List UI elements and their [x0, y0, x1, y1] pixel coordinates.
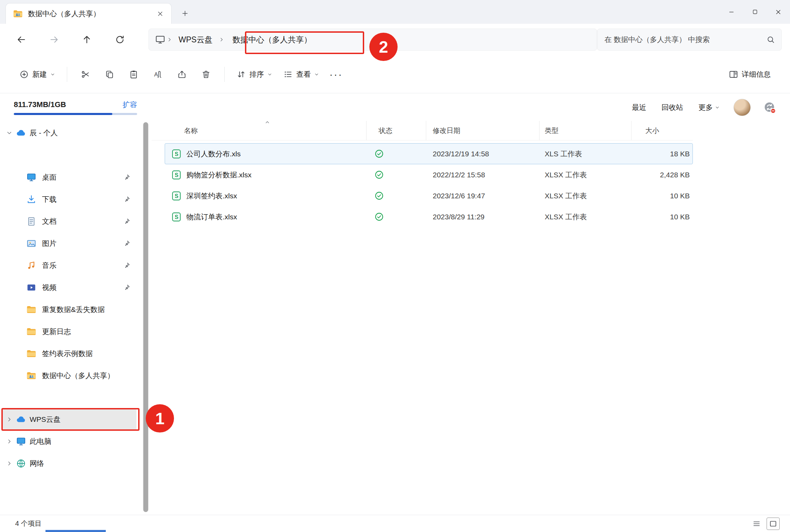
expand-storage-link[interactable]: 扩容: [123, 100, 137, 109]
recent-button[interactable]: 最近: [630, 101, 648, 114]
sidebar-item-data-center-shared[interactable]: 数据中心（多人共享）: [0, 365, 140, 387]
refresh-button[interactable]: [109, 29, 131, 51]
paste-button[interactable]: [124, 64, 144, 84]
more-menu-button[interactable]: 更多: [697, 101, 721, 114]
storage-usage-text: 811.73MB/1GB: [14, 100, 66, 109]
table-row[interactable]: S 物流订单表.xlsx 2023/8/29 11:29 XLSX 工作表 10…: [165, 206, 693, 227]
pin-icon: [123, 218, 131, 225]
address-bar[interactable]: WPS云盘 数据中心（多人共享）: [148, 29, 597, 51]
breadcrumb-wps-cloud[interactable]: WPS云盘: [174, 32, 217, 47]
search-box[interactable]: [597, 29, 782, 51]
shared-folder-icon: [13, 9, 23, 19]
search-icon[interactable]: [766, 35, 775, 44]
sidebar-item-wps-cloud[interactable]: WPS云盘: [3, 408, 136, 430]
tab-close-button[interactable]: [153, 7, 167, 21]
sidebar-item-this-pc[interactable]: 此电脑: [0, 430, 140, 452]
details-pane-button[interactable]: 详细信息: [723, 65, 776, 83]
large-icons-view-button[interactable]: [767, 518, 780, 530]
sidebar-item-sample-data-folder[interactable]: 签约表示例数据: [0, 343, 140, 365]
delete-button[interactable]: [196, 64, 216, 84]
column-header-type[interactable]: 类型: [539, 121, 631, 140]
sidebar-item-personal-cloud[interactable]: 辰 - 个人: [0, 122, 140, 144]
list-view-icon: [752, 520, 761, 528]
sync-status-icon[interactable]: [763, 101, 776, 114]
maximize-button[interactable]: [743, 0, 767, 24]
table-row[interactable]: S 深圳签约表.xlsx 2023/12/6 19:47 XLSX 工作表 10…: [165, 185, 693, 206]
chevron-right-icon[interactable]: [6, 416, 12, 423]
file-size: 10 KB: [632, 213, 693, 221]
cut-button[interactable]: [75, 64, 95, 84]
list-view-button[interactable]: [750, 518, 763, 530]
sidebar-scrollbar[interactable]: [143, 122, 149, 512]
sidebar-item-changelog-folder[interactable]: 更新日志: [0, 321, 140, 343]
scrollbar-thumb[interactable]: [143, 122, 148, 512]
pictures-icon: [26, 238, 37, 249]
status-bar: 4 个项目: [0, 515, 790, 532]
sidebar-item-desktop[interactable]: 桌面: [0, 166, 140, 188]
cloud-icon: [16, 414, 26, 425]
rename-button[interactable]: A: [148, 64, 168, 84]
explorer-tab[interactable]: 数据中心（多人共享）: [6, 3, 172, 24]
navigation-sidebar: 辰 - 个人 桌面 下载 文档: [0, 121, 140, 515]
chevron-right-icon[interactable]: [219, 37, 224, 42]
rename-icon: A: [153, 70, 163, 79]
recycle-bin-button[interactable]: 回收站: [660, 101, 685, 114]
column-header-status[interactable]: 状态: [366, 121, 426, 140]
chevron-down-icon: [314, 72, 319, 77]
sidebar-item-label: 重复数据&丢失数据: [42, 305, 105, 314]
table-row[interactable]: S 购物篮分析数据.xlsx 2022/12/2 15:58 XLSX 工作表 …: [165, 164, 693, 185]
sidebar-item-network[interactable]: 网络: [0, 452, 140, 474]
user-avatar[interactable]: [733, 99, 751, 116]
storage-summary: 811.73MB/1GB 扩容: [14, 100, 137, 115]
sidebar-item-music[interactable]: 音乐: [0, 254, 140, 277]
chevron-right-icon[interactable]: [6, 438, 12, 445]
sidebar-item-videos[interactable]: 视频: [0, 277, 140, 299]
sidebar-item-pictures[interactable]: 图片: [0, 232, 140, 254]
file-modified: 2023/12/19 14:58: [426, 150, 540, 158]
more-commands-button[interactable]: ···: [325, 69, 348, 80]
sidebar-spacer: [0, 387, 140, 408]
trash-icon: [201, 70, 211, 79]
pin-icon: [123, 284, 131, 291]
up-button[interactable]: [76, 29, 98, 51]
table-row[interactable]: S 公司人数分布.xls 2023/12/19 14:58 XLS 工作表 18…: [165, 143, 693, 164]
column-header-label: 大小: [645, 126, 659, 135]
item-count: 4 个项目: [15, 519, 42, 528]
chevron-right-icon[interactable]: [6, 460, 12, 467]
chevron-down-icon[interactable]: [6, 130, 12, 136]
back-button[interactable]: [10, 29, 32, 51]
close-window-button[interactable]: [767, 0, 790, 24]
copy-button[interactable]: [100, 64, 120, 84]
svg-text:S: S: [175, 193, 178, 199]
view-button-label: 查看: [296, 70, 311, 79]
documents-icon: [26, 216, 37, 227]
breadcrumb-current-folder[interactable]: 数据中心（多人共享）: [226, 32, 319, 47]
toolbar-separator: [67, 67, 67, 82]
new-button[interactable]: 新建: [14, 65, 61, 83]
column-header-name[interactable]: 名称: [165, 121, 366, 140]
view-button[interactable]: 查看: [278, 65, 325, 83]
sidebar-item-duplicate-data-folder[interactable]: 重复数据&丢失数据: [0, 299, 140, 321]
sidebar-item-downloads[interactable]: 下载: [0, 188, 140, 210]
sidebar-item-documents[interactable]: 文档: [0, 210, 140, 232]
minimize-button[interactable]: [720, 0, 743, 24]
share-button[interactable]: [172, 64, 192, 84]
forward-button[interactable]: [43, 29, 65, 51]
column-header-modified[interactable]: 修改日期: [426, 121, 539, 140]
check-circle-icon: [374, 170, 384, 180]
column-header-size[interactable]: 大小: [631, 121, 693, 140]
file-rows: S 公司人数分布.xls 2023/12/19 14:58 XLS 工作表 18…: [152, 143, 790, 227]
sidebar-item-label: 视频: [42, 283, 57, 292]
sidebar-item-label: 桌面: [42, 173, 57, 182]
spreadsheet-file-icon: S: [171, 170, 182, 180]
sort-button[interactable]: 排序: [231, 65, 278, 83]
new-tab-button[interactable]: [177, 6, 193, 21]
search-input[interactable]: [604, 35, 766, 44]
column-header-label: 状态: [379, 126, 392, 135]
plus-circle-icon: [19, 70, 29, 79]
shared-folder-icon: [26, 371, 37, 381]
more-menu-label: 更多: [698, 103, 713, 112]
view-icon: [283, 70, 293, 79]
chevron-right-icon[interactable]: [167, 37, 172, 42]
computer-icon: [16, 436, 26, 447]
